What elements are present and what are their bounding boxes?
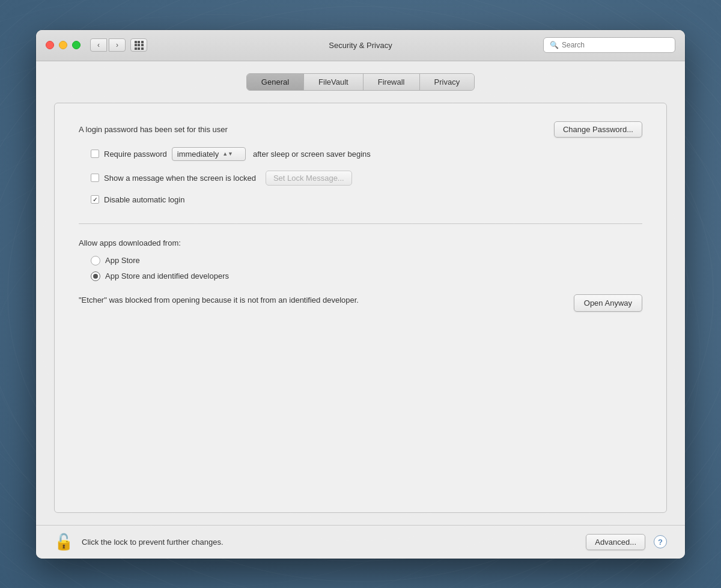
lock-text: Click the lock to prevent further change… [82,538,577,547]
open-anyway-button[interactable]: Open Anyway [574,294,642,312]
app-store-label: App Store [105,256,140,265]
search-input[interactable] [562,41,669,49]
close-button[interactable] [46,41,54,49]
radio-group: App Store App Store and identified devel… [79,256,642,281]
maximize-button[interactable] [72,41,81,49]
tabs-container: General FileVault Firewall Privacy [54,73,667,91]
search-icon: 🔍 [550,41,559,49]
tab-privacy[interactable]: Privacy [420,74,475,90]
app-store-identified-label: App Store and identified developers [105,271,229,280]
content-area: General FileVault Firewall Privacy A log… [36,61,685,525]
nav-buttons: ‹ › [90,38,126,52]
app-store-radio-row: App Store [91,256,642,265]
search-box[interactable]: 🔍 [543,37,675,53]
app-store-radio[interactable] [91,256,100,265]
password-set-row: A login password has been set for this u… [79,121,642,138]
show-message-label: Show a message when the screen is locked [104,174,256,183]
main-panel: A login password has been set for this u… [54,103,667,513]
tab-filevault[interactable]: FileVault [304,74,364,90]
dropdown-arrow-icon: ▲▼ [222,151,233,157]
require-password-row: Require password immediately ▲▼ after sl… [79,147,642,161]
app-store-identified-radio[interactable] [91,271,100,281]
grid-icon [135,41,144,50]
change-password-button[interactable]: Change Password... [554,121,642,138]
download-section: Allow apps downloaded from: App Store Ap… [79,238,642,312]
forward-button[interactable]: › [109,38,126,52]
system-preferences-window: ‹ › Security & Privacy 🔍 General [36,30,685,559]
password-set-label: A login password has been set for this u… [79,125,547,134]
bottom-bar: 🔓 Click the lock to prevent further chan… [36,525,685,559]
grid-view-button[interactable] [130,38,147,52]
blocked-message-text: "Etcher" was blocked from opening becaus… [79,294,562,306]
minimize-button[interactable] [59,41,67,49]
lock-icon[interactable]: 🔓 [54,534,73,550]
tab-firewall[interactable]: Firewall [364,74,420,90]
disable-autologin-row: Disable automatic login [79,195,642,204]
traffic-lights [46,41,81,49]
show-message-row: Show a message when the screen is locked… [79,171,642,186]
title-bar: ‹ › Security & Privacy 🔍 [36,30,685,61]
show-message-checkbox[interactable] [91,174,99,182]
require-password-checkbox[interactable] [91,150,99,158]
app-store-identified-radio-row: App Store and identified developers [91,271,642,281]
help-button[interactable]: ? [654,535,667,548]
advanced-button[interactable]: Advanced... [586,534,645,550]
set-lock-message-button[interactable]: Set Lock Message... [266,171,352,186]
password-section: A login password has been set for this u… [79,121,642,204]
after-sleep-label: after sleep or screen saver begins [253,150,371,159]
dropdown-value: immediately [177,150,219,159]
section-divider [79,223,642,224]
disable-autologin-checkbox[interactable] [91,195,99,204]
back-button[interactable]: ‹ [90,38,107,52]
tab-bar: General FileVault Firewall Privacy [246,73,475,91]
allow-apps-label: Allow apps downloaded from: [79,238,642,247]
tab-general[interactable]: General [247,74,304,90]
require-password-label: Require password [104,150,167,159]
disable-autologin-label: Disable automatic login [104,195,184,204]
window-title: Security & Privacy [329,41,392,50]
blocked-message-row: "Etcher" was blocked from opening becaus… [79,294,642,312]
require-password-dropdown[interactable]: immediately ▲▼ [172,147,246,161]
